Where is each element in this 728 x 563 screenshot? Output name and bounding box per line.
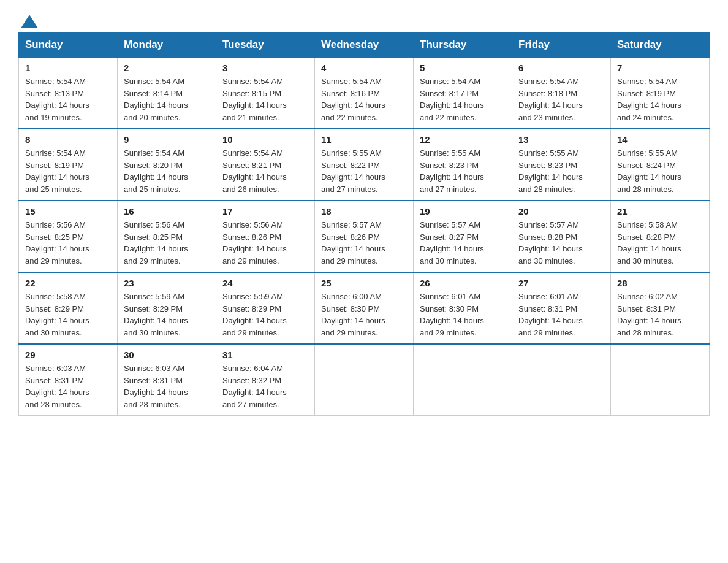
calendar-week-row: 8Sunrise: 5:54 AMSunset: 8:19 PMDaylight… [19,129,710,201]
calendar-day-cell [611,344,710,416]
day-number: 17 [222,206,308,216]
calendar-week-row: 1Sunrise: 5:54 AMSunset: 8:13 PMDaylight… [19,58,710,129]
calendar-table: SundayMondayTuesdayWednesdayThursdayFrid… [18,32,710,416]
day-number: 16 [124,206,210,216]
day-number: 28 [617,278,703,288]
day-number: 15 [25,206,111,216]
day-info: Sunrise: 5:54 AMSunset: 8:17 PMDaylight:… [420,75,506,123]
day-info: Sunrise: 5:58 AMSunset: 8:29 PMDaylight:… [25,291,111,339]
calendar-day-cell: 14Sunrise: 5:55 AMSunset: 8:24 PMDayligh… [611,129,710,201]
calendar-day-cell [414,344,512,416]
day-info: Sunrise: 5:57 AMSunset: 8:27 PMDaylight:… [420,219,506,267]
day-number: 26 [420,278,506,288]
calendar-week-row: 22Sunrise: 5:58 AMSunset: 8:29 PMDayligh… [19,272,710,344]
day-number: 13 [518,134,604,145]
day-number: 24 [222,278,308,288]
calendar-day-cell: 2Sunrise: 5:54 AMSunset: 8:14 PMDaylight… [118,58,216,129]
day-info: Sunrise: 6:02 AMSunset: 8:31 PMDaylight:… [617,291,703,339]
day-number: 29 [25,350,111,360]
calendar-day-cell: 8Sunrise: 5:54 AMSunset: 8:19 PMDaylight… [19,129,118,201]
day-number: 22 [25,278,111,288]
day-number: 18 [321,206,407,216]
day-number: 2 [124,63,210,73]
calendar-day-cell: 22Sunrise: 5:58 AMSunset: 8:29 PMDayligh… [19,272,118,344]
day-number: 11 [321,134,407,145]
calendar-day-cell: 26Sunrise: 6:01 AMSunset: 8:30 PMDayligh… [414,272,512,344]
day-info: Sunrise: 5:56 AMSunset: 8:25 PMDaylight:… [124,219,210,267]
calendar-day-cell: 15Sunrise: 5:56 AMSunset: 8:25 PMDayligh… [19,201,118,272]
day-info: Sunrise: 6:04 AMSunset: 8:32 PMDaylight:… [222,362,308,410]
day-info: Sunrise: 5:54 AMSunset: 8:15 PMDaylight:… [222,75,308,123]
day-info: Sunrise: 5:54 AMSunset: 8:20 PMDaylight:… [124,147,210,195]
day-info: Sunrise: 5:54 AMSunset: 8:18 PMDaylight:… [518,75,604,123]
day-info: Sunrise: 5:57 AMSunset: 8:28 PMDaylight:… [518,219,604,267]
day-number: 3 [222,63,308,73]
day-info: Sunrise: 5:59 AMSunset: 8:29 PMDaylight:… [124,291,210,339]
day-info: Sunrise: 5:59 AMSunset: 8:29 PMDaylight:… [222,291,308,339]
day-info: Sunrise: 6:03 AMSunset: 8:31 PMDaylight:… [25,362,111,410]
weekday-header-wednesday: Wednesday [315,33,414,58]
logo-triangle-icon [21,15,38,28]
calendar-day-cell: 20Sunrise: 5:57 AMSunset: 8:28 PMDayligh… [512,201,611,272]
day-info: Sunrise: 5:57 AMSunset: 8:26 PMDaylight:… [321,219,407,267]
weekday-header-saturday: Saturday [611,33,710,58]
day-number: 25 [321,278,407,288]
calendar-day-cell: 30Sunrise: 6:03 AMSunset: 8:31 PMDayligh… [118,344,216,416]
calendar-day-cell: 24Sunrise: 5:59 AMSunset: 8:29 PMDayligh… [216,272,315,344]
calendar-day-cell: 27Sunrise: 6:01 AMSunset: 8:31 PMDayligh… [512,272,611,344]
day-info: Sunrise: 5:55 AMSunset: 8:23 PMDaylight:… [518,147,604,195]
weekday-header-monday: Monday [118,33,216,58]
day-info: Sunrise: 5:54 AMSunset: 8:21 PMDaylight:… [222,147,308,195]
calendar-day-cell: 13Sunrise: 5:55 AMSunset: 8:23 PMDayligh… [512,129,611,201]
day-number: 6 [518,63,604,73]
page-header [18,12,710,26]
weekday-header-friday: Friday [512,33,611,58]
calendar-day-cell: 25Sunrise: 6:00 AMSunset: 8:30 PMDayligh… [315,272,414,344]
calendar-day-cell: 17Sunrise: 5:56 AMSunset: 8:26 PMDayligh… [216,201,315,272]
day-info: Sunrise: 5:56 AMSunset: 8:25 PMDaylight:… [25,219,111,267]
day-number: 7 [617,63,703,73]
day-number: 19 [420,206,506,216]
day-info: Sunrise: 5:55 AMSunset: 8:23 PMDaylight:… [420,147,506,195]
calendar-day-cell: 5Sunrise: 5:54 AMSunset: 8:17 PMDaylight… [414,58,512,129]
day-info: Sunrise: 5:54 AMSunset: 8:14 PMDaylight:… [124,75,210,123]
day-number: 14 [617,134,703,145]
day-info: Sunrise: 5:54 AMSunset: 8:16 PMDaylight:… [321,75,407,123]
day-info: Sunrise: 5:54 AMSunset: 8:19 PMDaylight:… [617,75,703,123]
calendar-day-cell: 3Sunrise: 5:54 AMSunset: 8:15 PMDaylight… [216,58,315,129]
calendar-day-cell: 18Sunrise: 5:57 AMSunset: 8:26 PMDayligh… [315,201,414,272]
day-info: Sunrise: 6:01 AMSunset: 8:31 PMDaylight:… [518,291,604,339]
calendar-day-cell: 21Sunrise: 5:58 AMSunset: 8:28 PMDayligh… [611,201,710,272]
day-info: Sunrise: 6:00 AMSunset: 8:30 PMDaylight:… [321,291,407,339]
day-number: 12 [420,134,506,145]
calendar-day-cell: 31Sunrise: 6:04 AMSunset: 8:32 PMDayligh… [216,344,315,416]
day-info: Sunrise: 5:58 AMSunset: 8:28 PMDaylight:… [617,219,703,267]
calendar-week-row: 15Sunrise: 5:56 AMSunset: 8:25 PMDayligh… [19,201,710,272]
calendar-day-cell: 23Sunrise: 5:59 AMSunset: 8:29 PMDayligh… [118,272,216,344]
calendar-day-cell: 19Sunrise: 5:57 AMSunset: 8:27 PMDayligh… [414,201,512,272]
calendar-day-cell: 9Sunrise: 5:54 AMSunset: 8:20 PMDaylight… [118,129,216,201]
calendar-day-cell: 1Sunrise: 5:54 AMSunset: 8:13 PMDaylight… [19,58,118,129]
calendar-day-cell: 4Sunrise: 5:54 AMSunset: 8:16 PMDaylight… [315,58,414,129]
day-number: 20 [518,206,604,216]
day-info: Sunrise: 6:01 AMSunset: 8:30 PMDaylight:… [420,291,506,339]
calendar-day-cell: 10Sunrise: 5:54 AMSunset: 8:21 PMDayligh… [216,129,315,201]
calendar-day-cell: 29Sunrise: 6:03 AMSunset: 8:31 PMDayligh… [19,344,118,416]
day-number: 5 [420,63,506,73]
day-number: 1 [25,63,111,73]
calendar-day-cell: 6Sunrise: 5:54 AMSunset: 8:18 PMDaylight… [512,58,611,129]
day-info: Sunrise: 5:56 AMSunset: 8:26 PMDaylight:… [222,219,308,267]
calendar-day-cell: 7Sunrise: 5:54 AMSunset: 8:19 PMDaylight… [611,58,710,129]
calendar-day-cell [315,344,414,416]
calendar-day-cell: 28Sunrise: 6:02 AMSunset: 8:31 PMDayligh… [611,272,710,344]
day-number: 8 [25,134,111,145]
weekday-header-thursday: Thursday [414,33,512,58]
logo [18,12,38,26]
day-info: Sunrise: 5:54 AMSunset: 8:19 PMDaylight:… [25,147,111,195]
weekday-header-tuesday: Tuesday [216,33,315,58]
day-number: 27 [518,278,604,288]
day-info: Sunrise: 5:55 AMSunset: 8:24 PMDaylight:… [617,147,703,195]
day-info: Sunrise: 6:03 AMSunset: 8:31 PMDaylight:… [124,362,210,410]
day-number: 31 [222,350,308,360]
calendar-day-cell: 11Sunrise: 5:55 AMSunset: 8:22 PMDayligh… [315,129,414,201]
